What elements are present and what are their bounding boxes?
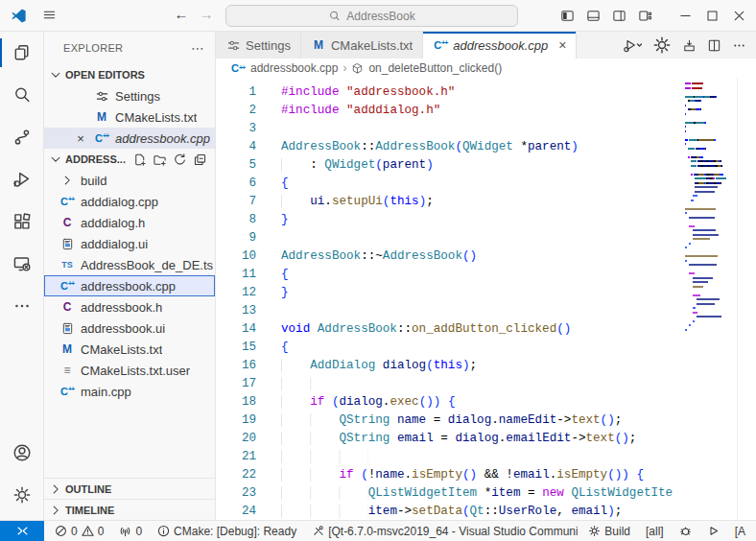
code-line[interactable]: 17 [216, 375, 683, 393]
run-menu-icon[interactable] [623, 35, 642, 55]
code-line[interactable]: 5 : QWidget(parent) [216, 156, 683, 175]
more-h-icon[interactable] [732, 38, 746, 53]
file-row[interactable]: build [44, 170, 215, 191]
file-row[interactable]: addressbook.ui [44, 318, 215, 339]
new-file-icon[interactable] [132, 153, 147, 167]
scrollbar[interactable] [737, 78, 756, 520]
file-row[interactable]: Cadddialog.h [44, 212, 215, 233]
activity-bar-remote-explorer[interactable] [0, 243, 44, 285]
layout-sidebar-left-icon[interactable] [560, 9, 575, 23]
code-line[interactable]: 2#include "adddialog.h" [216, 102, 683, 120]
refresh-icon[interactable] [173, 153, 187, 167]
file-row[interactable]: C++adddialog.cpp [44, 191, 215, 212]
cpp-file-icon: C++ [94, 132, 109, 144]
file-row[interactable]: ≡CMakeLists.txt.user [44, 360, 215, 381]
minimap[interactable] [683, 82, 737, 520]
breadcrumb-symbol[interactable]: on_deleteButton_clicked() [368, 61, 502, 75]
code-line[interactable]: 24 item->setData(Qt::UserRole, email); [216, 503, 683, 520]
code-line[interactable]: 15{ [216, 339, 683, 357]
file-row[interactable]: C++main.cpp [44, 381, 215, 402]
status-remote-indicator[interactable] [0, 521, 44, 541]
command-center-search[interactable]: AddressBook [225, 5, 518, 27]
file-label: CMakeLists.txt.user [81, 364, 190, 378]
code-line[interactable]: 20 QString email = dialog.emailEdit->tex… [216, 430, 683, 448]
activity-bar-source-control[interactable] [0, 116, 44, 158]
code-line[interactable]: 10AddressBook::~AddressBook() [216, 247, 683, 266]
sidebar-more-actions[interactable]: ⋯ [191, 40, 205, 56]
tab-settings[interactable]: Settings [216, 32, 301, 59]
section-timeline[interactable]: TIMELINE [44, 499, 215, 520]
new-folder-icon[interactable] [153, 153, 167, 167]
activity-bar-account[interactable] [0, 432, 44, 474]
code-line[interactable]: 12} [216, 284, 683, 302]
layout-sidebar-right-icon[interactable] [612, 9, 626, 23]
file-row[interactable]: Caddressbook.h [44, 296, 215, 318]
open-editors-header[interactable]: OPEN EDITORS [44, 64, 215, 85]
status-launch-target[interactable]: [A [730, 525, 750, 538]
code-line[interactable]: 11{ [216, 266, 683, 284]
nav-forward-button[interactable]: → [196, 6, 217, 22]
settings-gear-icon[interactable] [652, 35, 672, 55]
code-line[interactable]: 18 if (dialog.exec()) { [216, 393, 683, 412]
status-cmake-build[interactable]: Build [583, 525, 635, 538]
close-editor-icon[interactable]: × [73, 131, 88, 146]
layout-panel-icon[interactable] [586, 9, 601, 23]
ui-file-icon [59, 322, 75, 335]
activity-bar-run-debug[interactable] [0, 158, 44, 200]
section-outline[interactable]: OUTLINE [44, 478, 215, 499]
status-cmake-status[interactable]: CMake: [Debug]: Ready [153, 525, 301, 538]
nav-back-button[interactable]: ← [171, 6, 192, 22]
layout-customize-icon[interactable] [638, 9, 652, 23]
open-editor-row[interactable]: Settings [44, 85, 215, 106]
split-editor-icon[interactable] [707, 38, 721, 53]
code-line[interactable]: 6{ [216, 175, 683, 193]
close-tab-icon[interactable]: × [558, 37, 566, 53]
file-row[interactable]: MCMakeLists.txt [44, 339, 215, 360]
open-editor-row[interactable]: ×C++addressbook.cpp [44, 128, 215, 149]
activity-bar-search[interactable] [0, 74, 44, 116]
code-line[interactable]: 19 QString name = dialog.nameEdit->text(… [216, 412, 683, 430]
close-button[interactable] [732, 9, 746, 23]
line-number: 8 [216, 211, 256, 229]
minimize-button[interactable] [678, 9, 693, 23]
status-cmake-debug[interactable] [674, 525, 697, 537]
breadcrumb-file[interactable]: addressbook.cpp [250, 61, 338, 75]
activity-bar-explorer[interactable] [0, 32, 44, 74]
file-row[interactable]: adddialog.ui [44, 233, 215, 254]
code-line[interactable]: 23 QListWidgetItem *item = new QListWidg… [216, 484, 683, 503]
tab-addressbook-cpp[interactable]: C++addressbook.cpp× [423, 32, 577, 59]
maximize-button[interactable] [705, 9, 720, 23]
file-row[interactable]: TSAddressBook_de_DE.ts [44, 254, 215, 275]
code-line[interactable]: 14void AddressBook::on_addButton_clicked… [216, 320, 683, 339]
open-editor-row[interactable]: MCMakeLists.txt [44, 106, 215, 128]
status-cmake-run[interactable] [702, 525, 724, 537]
code-line[interactable]: 7 ui.setupUi(this); [216, 193, 683, 211]
status-problems[interactable]: 00 [50, 525, 108, 538]
activity-bar-more[interactable] [0, 285, 44, 327]
collapse-all-icon[interactable] [193, 153, 207, 167]
code-line[interactable]: 21 [216, 448, 683, 466]
activity-bar-settings-gear[interactable] [0, 474, 44, 516]
tab-cmakelists-txt[interactable]: MCMakeLists.txt [301, 32, 423, 59]
code-line[interactable]: 4AddressBook::AddressBook(QWidget *paren… [216, 138, 683, 156]
code-line[interactable]: 9 [216, 229, 683, 247]
code-line[interactable]: 1#include "addressbook.h" [216, 83, 683, 102]
code-line[interactable]: 13 [216, 302, 683, 320]
breadcrumb[interactable]: C++ addressbook.cpp › on_deleteButton_cl… [216, 59, 756, 78]
file-row[interactable]: C++addressbook.cpp [44, 275, 215, 296]
code-line[interactable]: 22 if (!name.isEmpty() && !email.isEmpty… [216, 466, 683, 484]
code-editor[interactable]: 1#include "addressbook.h"2#include "addd… [216, 78, 756, 520]
line-number: 17 [216, 375, 256, 393]
code-line[interactable]: 8} [216, 211, 683, 229]
project-folder-header[interactable]: ADDRESS... [44, 149, 215, 170]
menu-icon[interactable] [42, 8, 57, 22]
status-build-target[interactable]: [all] [641, 525, 669, 538]
status-ports[interactable]: 0 [114, 525, 147, 538]
code-line[interactable]: 16 AddDialog dialog(this); [216, 357, 683, 375]
status-cmake-kit[interactable]: [Qt-6.7.0-msvc2019_64 - Visual Studio Co… [307, 525, 578, 538]
explorer-sidebar: EXPLORER ⋯ OPEN EDITORS SettingsMCMakeLi… [44, 32, 216, 520]
file-label: addressbook.cpp [81, 279, 176, 294]
activity-bar-extensions[interactable] [0, 200, 44, 243]
install-icon[interactable] [682, 38, 697, 53]
code-line[interactable]: 3 [216, 120, 683, 138]
